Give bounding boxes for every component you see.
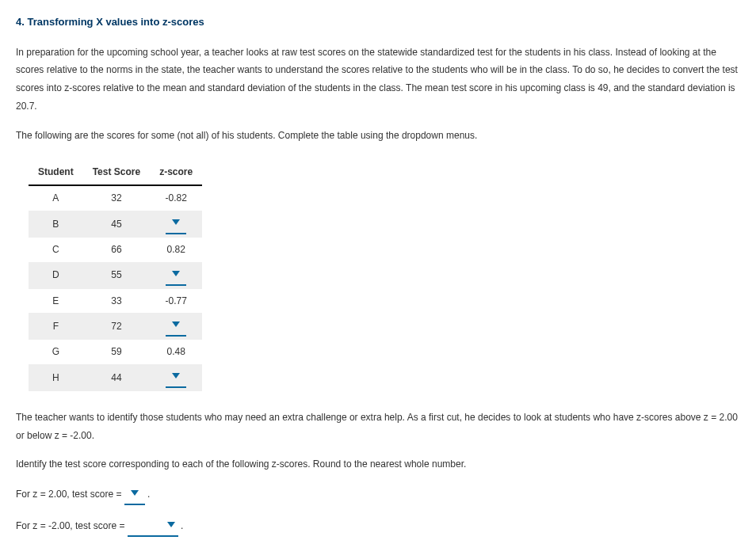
dropdown-z-positive[interactable]: [124, 485, 145, 505]
cell-score: 66: [83, 238, 150, 262]
q2-suffix: .: [181, 520, 183, 531]
q1-prefix: For z = 2.00, test score =: [16, 489, 124, 500]
table-row: G590.48: [29, 340, 202, 364]
table-row: E33-0.77: [29, 289, 202, 314]
col-z-score: z-score: [150, 159, 202, 186]
cell-zscore: -0.77: [150, 289, 202, 314]
dropdown-zscore[interactable]: [166, 265, 186, 286]
cell-student: H: [29, 364, 83, 391]
score-table: Student Test Score z-score A32-0.82B45C6…: [29, 159, 202, 391]
cell-student: G: [29, 340, 83, 364]
table-row: C660.82: [29, 238, 202, 262]
cell-score: 44: [83, 364, 150, 391]
dropdown-zscore[interactable]: [166, 367, 186, 388]
chevron-down-icon: [167, 522, 175, 527]
dropdown-zscore[interactable]: [166, 214, 186, 234]
chevron-down-icon: [172, 373, 180, 379]
chevron-down-icon: [172, 219, 180, 225]
table-row: B45: [29, 211, 202, 238]
cell-score: 32: [83, 185, 150, 211]
col-student: Student: [29, 159, 83, 186]
section-heading: 4. Transforming X values into z-scores: [16, 13, 740, 32]
cell-score: 45: [83, 211, 150, 238]
cell-score: 55: [83, 262, 150, 289]
cell-zscore: 0.48: [150, 340, 202, 364]
cell-student: F: [29, 313, 83, 340]
chevron-down-icon: [131, 490, 139, 496]
q2-prefix: For z = -2.00, test score =: [16, 520, 128, 531]
cell-zscore: [150, 313, 202, 340]
cell-zscore: -0.82: [150, 185, 202, 211]
followup-paragraph-1: The teacher wants to identify those stud…: [16, 409, 740, 445]
cell-student: A: [29, 185, 83, 211]
cell-zscore: [150, 364, 202, 391]
dropdown-z-negative[interactable]: [128, 516, 178, 537]
intro-paragraph: In preparation for the upcoming school y…: [16, 44, 740, 116]
cell-zscore: 0.82: [150, 238, 202, 262]
cell-zscore: [150, 262, 202, 289]
table-row: A32-0.82: [29, 185, 202, 211]
dropdown-zscore[interactable]: [166, 316, 186, 337]
table-row: F72: [29, 313, 202, 340]
cell-zscore: [150, 211, 202, 238]
q1-suffix: .: [147, 489, 150, 500]
cell-student: D: [29, 262, 83, 289]
cell-student: B: [29, 211, 83, 238]
followup-paragraph-2: Identify the test score corresponding to…: [16, 455, 740, 474]
instructions-paragraph: The following are the scores for some (n…: [16, 127, 740, 145]
table-row: D55: [29, 262, 202, 289]
chevron-down-icon: [172, 271, 180, 276]
chevron-down-icon: [172, 321, 180, 327]
question-z-positive: For z = 2.00, test score = .: [16, 485, 740, 505]
question-z-negative: For z = -2.00, test score = .: [16, 516, 740, 537]
cell-student: E: [29, 289, 83, 314]
cell-score: 59: [83, 340, 150, 364]
cell-score: 72: [83, 313, 150, 340]
cell-score: 33: [83, 289, 150, 314]
table-row: H44: [29, 364, 202, 391]
cell-student: C: [29, 238, 83, 262]
col-test-score: Test Score: [83, 159, 150, 186]
